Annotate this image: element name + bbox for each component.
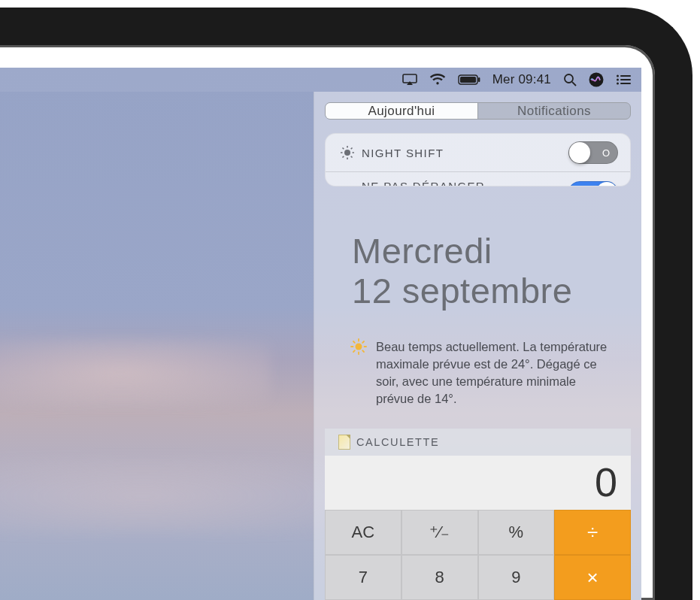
calc-key-ac[interactable]: AC [325,510,402,555]
svg-rect-12 [620,83,631,84]
notification-center: Aujourd'hui Notifications NIGHT SHIFT O [314,92,641,600]
svg-line-28 [362,350,364,352]
svg-point-9 [617,79,619,81]
toggle-knob [569,142,590,163]
spotlight-icon[interactable] [563,73,577,86]
date-label: 12 septembre [352,271,613,311]
toggle-state-label: O [602,147,610,159]
sun-icon [347,338,370,408]
weekday-label: Mercredi [352,232,613,271]
quick-toggles-card: NIGHT SHIFT O NE PAS DÉRANGER sera désac… [325,133,631,186]
svg-point-4 [565,74,573,83]
dnd-toggle[interactable]: I [568,181,618,186]
night-shift-icon [338,145,357,160]
svg-line-5 [572,82,576,86]
segmented-control: Aujourd'hui Notifications [325,102,631,120]
airplay-icon[interactable] [402,74,417,86]
screen: Mer 09:41 Aujourd'hui Notifications [0,68,641,600]
calc-keypad: AC ⁺∕₋ % ÷ 7 8 9 × [325,510,631,600]
device-frame: Mer 09:41 Aujourd'hui Notifications [0,0,700,600]
bg-cloud [0,459,331,534]
svg-line-18 [343,148,344,150]
calc-key-multiply[interactable]: × [554,555,631,600]
battery-icon[interactable] [458,74,480,85]
svg-point-13 [344,150,350,156]
calc-header: CALCULETTE [325,429,631,456]
svg-point-11 [617,83,619,85]
calc-key-9[interactable]: 9 [478,555,555,600]
svg-rect-10 [620,79,631,80]
svg-line-21 [343,156,344,158]
calc-key-sign[interactable]: ⁺∕₋ [402,510,478,555]
night-shift-toggle[interactable]: O [568,141,618,164]
calc-key-7[interactable]: 7 [325,555,402,600]
calculator-app-icon [338,435,350,450]
svg-rect-3 [478,77,480,82]
svg-line-19 [351,156,353,158]
svg-point-7 [617,75,619,77]
dnd-label: NE PAS DÉRANGER [362,180,568,186]
calculator-widget: CALCULETTE 0 AC ⁺∕₋ % ÷ 7 8 9 × [325,429,631,600]
date-widget: Mercredi 12 septembre [325,186,631,324]
night-shift-row: NIGHT SHIFT O [326,134,630,171]
night-shift-label: NIGHT SHIFT [362,147,568,159]
svg-rect-8 [620,75,631,77]
weather-widget: Beau temps actuellement. La température … [325,325,631,426]
clock-label[interactable]: Mer 09:41 [492,72,551,87]
tab-notifications[interactable]: Notifications [477,103,630,119]
dnd-row: NE PAS DÉRANGER sera désactivé demain I [326,171,630,186]
calc-key-percent[interactable]: % [478,510,555,555]
calc-title: CALCULETTE [356,436,439,448]
calc-key-8[interactable]: 8 [402,555,478,600]
notification-center-icon[interactable] [616,74,631,86]
svg-line-20 [351,148,353,150]
svg-line-29 [362,341,364,343]
svg-point-22 [356,343,362,350]
svg-line-27 [353,341,355,343]
svg-line-30 [353,350,355,352]
wifi-icon[interactable] [429,74,446,86]
bg-cloud [0,338,271,406]
menubar: Mer 09:41 [0,68,641,92]
calc-key-divide[interactable]: ÷ [554,510,631,555]
siri-icon[interactable] [589,72,604,87]
weather-summary: Beau temps actuellement. La température … [376,338,613,408]
svg-rect-2 [460,77,476,83]
tab-today[interactable]: Aujourd'hui [326,103,477,119]
calc-display: 0 [325,456,631,510]
